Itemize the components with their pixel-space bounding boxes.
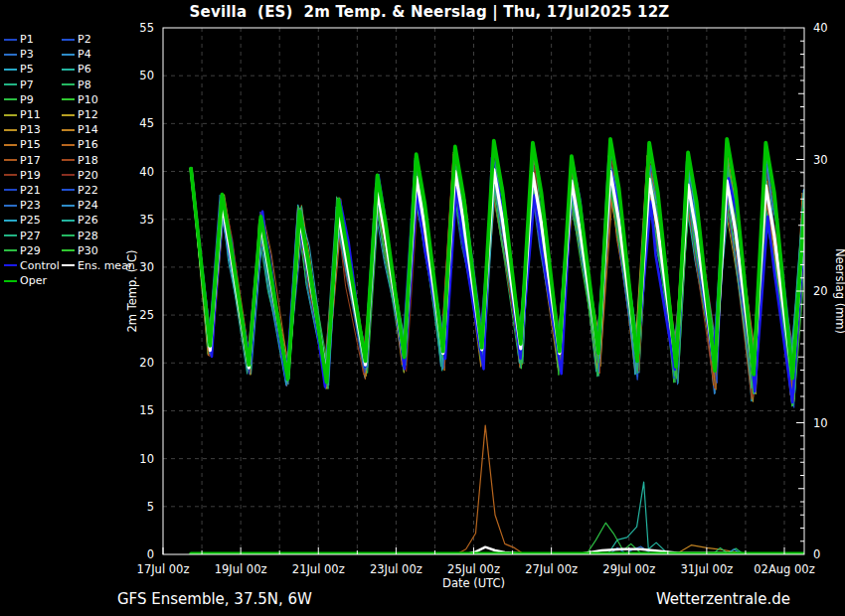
legend-label: P19: [20, 169, 41, 182]
legend-label: P26: [78, 214, 98, 227]
legend-item-p9: P9: [4, 92, 62, 107]
legend-line-swatch: [4, 69, 17, 71]
precip-line-p26: [607, 482, 675, 554]
x-axis-title: Date (UTC): [442, 576, 505, 590]
legend-item-p10: P10: [62, 92, 135, 107]
svg-text:17Jul 00z: 17Jul 00z: [137, 562, 190, 576]
legend-label: P1: [20, 33, 34, 46]
legend-label: P14: [78, 123, 98, 136]
legend-item-p16: P16: [62, 137, 135, 152]
legend-item-p6: P6: [62, 62, 135, 77]
legend-item-p25: P25: [4, 213, 62, 228]
legend-line-swatch: [4, 129, 17, 131]
legend-line-swatch: [62, 54, 75, 56]
legend-label: P17: [20, 154, 41, 167]
legend-item-p17: P17: [4, 153, 62, 168]
legend-label: P30: [78, 244, 98, 257]
svg-text:15: 15: [139, 403, 154, 417]
svg-text:40: 40: [813, 21, 828, 35]
legend-line-swatch: [62, 205, 75, 207]
legend-line-swatch: [4, 234, 17, 236]
svg-text:0: 0: [813, 547, 820, 561]
legend-label: P3: [20, 48, 34, 61]
legend-label: P25: [20, 214, 41, 227]
legend-label: Ens. mean: [78, 259, 135, 272]
svg-text:30: 30: [813, 153, 828, 167]
legend-line-swatch: [62, 159, 75, 161]
legend-item-p11: P11: [4, 107, 62, 122]
legend-item-p4: P4: [62, 47, 135, 62]
svg-text:35: 35: [139, 213, 154, 227]
legend-item-p21: P21: [4, 183, 62, 198]
legend-line-swatch: [4, 205, 17, 207]
legend-label: P15: [20, 138, 41, 151]
legend-item-p13: P13: [4, 122, 62, 137]
legend-line-swatch: [4, 280, 17, 282]
legend-line-swatch: [4, 83, 17, 85]
legend-line-swatch: [4, 39, 17, 41]
legend-item-p28: P28: [62, 228, 135, 242]
svg-text:55: 55: [139, 21, 154, 35]
legend: P1P2P3P4P5P6P7P8P9P10P11P12P13P14P15P16P…: [4, 32, 135, 288]
svg-text:50: 50: [139, 69, 154, 82]
legend-item-p2: P2: [62, 32, 135, 47]
legend-line-swatch: [62, 69, 75, 71]
precip-line-p15: [456, 425, 524, 554]
legend-label: P13: [20, 123, 41, 136]
legend-item-p14: P14: [62, 122, 135, 137]
legend-label: P29: [20, 244, 41, 257]
svg-text:40: 40: [139, 165, 154, 179]
legend-item-p22: P22: [62, 183, 135, 198]
svg-text:5: 5: [147, 500, 154, 514]
y-axis-right-title: Neerslag (mm): [833, 248, 845, 334]
legend-label: P4: [78, 48, 91, 61]
legend-item-p7: P7: [4, 77, 62, 92]
legend-item-oper: Oper: [4, 273, 62, 288]
svg-text:21Jul 00z: 21Jul 00z: [292, 562, 345, 576]
legend-line-swatch: [4, 249, 17, 251]
legend-label: P8: [78, 78, 91, 91]
legend-label: P20: [78, 169, 98, 182]
legend-line-swatch: [62, 98, 75, 100]
x-axis-labels: 17Jul 00z19Jul 00z21Jul 00z23Jul 00z25Ju…: [137, 562, 815, 576]
legend-label: P21: [20, 184, 41, 197]
legend-label: P2: [78, 33, 91, 46]
legend-item-p8: P8: [62, 77, 135, 92]
svg-text:23Jul 00z: 23Jul 00z: [370, 562, 422, 576]
legend-item-p20: P20: [62, 168, 135, 183]
svg-text:20: 20: [139, 356, 154, 370]
svg-text:45: 45: [139, 116, 154, 130]
svg-text:29Jul 00z: 29Jul 00z: [602, 562, 655, 576]
svg-text:20: 20: [813, 284, 828, 298]
legend-line-swatch: [62, 220, 75, 222]
svg-text:25: 25: [139, 308, 154, 322]
legend-line-swatch: [62, 174, 75, 176]
svg-text:19Jul 00z: 19Jul 00z: [215, 562, 267, 576]
legend-item-p5: P5: [4, 62, 62, 77]
svg-text:10: 10: [139, 452, 154, 466]
legend-line-swatch: [4, 114, 17, 116]
svg-text:30: 30: [139, 260, 154, 274]
legend-line-swatch: [62, 83, 75, 85]
legend-item-p27: P27: [4, 228, 62, 242]
legend-item-ens-mean: Ens. mean: [62, 258, 135, 273]
legend-line-swatch: [4, 220, 17, 222]
legend-label: Oper: [20, 274, 47, 287]
legend-item-p24: P24: [62, 198, 135, 213]
legend-label: P28: [78, 230, 98, 242]
legend-item-p15: P15: [4, 137, 62, 152]
plot-area: [191, 139, 815, 554]
legend-item-p19: P19: [4, 168, 62, 183]
legend-line-swatch: [4, 264, 17, 266]
legend-item-p26: P26: [62, 213, 135, 228]
legend-label: P6: [78, 63, 91, 76]
legend-item-p18: P18: [62, 153, 135, 168]
y-axis-left-labels: 0510152025303540455055: [139, 21, 154, 561]
svg-text:31Jul 00z: 31Jul 00z: [680, 562, 733, 576]
legend-label: P11: [20, 108, 41, 121]
legend-line-swatch: [4, 54, 17, 56]
legend-line-swatch: [4, 174, 17, 176]
legend-label: P10: [78, 93, 98, 106]
legend-line-swatch: [62, 129, 75, 131]
page-title: Sevilla (ES) 2m Temp. & Neerslag | Thu, …: [0, 3, 845, 21]
